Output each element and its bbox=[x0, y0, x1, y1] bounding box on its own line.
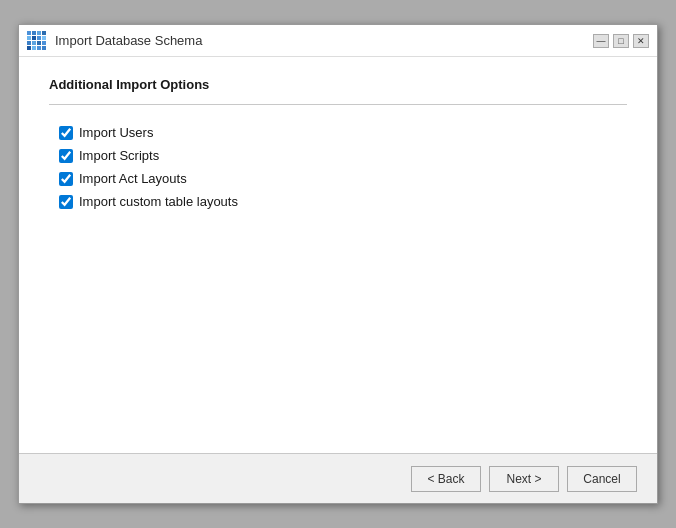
checkbox-act-layouts-label: Import Act Layouts bbox=[79, 171, 187, 186]
cancel-button[interactable]: Cancel bbox=[567, 466, 637, 492]
checkboxes-group: Import Users Import Scripts Import Act L… bbox=[49, 125, 627, 209]
back-button[interactable]: < Back bbox=[411, 466, 481, 492]
window-title: Import Database Schema bbox=[55, 33, 202, 48]
checkbox-import-scripts[interactable]: Import Scripts bbox=[59, 148, 627, 163]
main-window: Import Database Schema — □ ✕ Additional … bbox=[18, 24, 658, 504]
checkbox-import-act-layouts[interactable]: Import Act Layouts bbox=[59, 171, 627, 186]
section-title: Additional Import Options bbox=[49, 77, 627, 92]
checkbox-import-custom-layouts[interactable]: Import custom table layouts bbox=[59, 194, 627, 209]
divider bbox=[49, 104, 627, 105]
minimize-button[interactable]: — bbox=[593, 34, 609, 48]
checkbox-scripts-input[interactable] bbox=[59, 149, 73, 163]
checkbox-scripts-label: Import Scripts bbox=[79, 148, 159, 163]
title-bar-controls: — □ ✕ bbox=[593, 34, 649, 48]
checkbox-custom-layouts-label: Import custom table layouts bbox=[79, 194, 238, 209]
checkbox-users-input[interactable] bbox=[59, 126, 73, 140]
maximize-button[interactable]: □ bbox=[613, 34, 629, 48]
title-bar: Import Database Schema — □ ✕ bbox=[19, 25, 657, 57]
checkbox-custom-layouts-input[interactable] bbox=[59, 195, 73, 209]
title-bar-left: Import Database Schema bbox=[27, 31, 202, 51]
checkbox-import-users[interactable]: Import Users bbox=[59, 125, 627, 140]
next-button[interactable]: Next > bbox=[489, 466, 559, 492]
checkbox-users-label: Import Users bbox=[79, 125, 153, 140]
content-area: Additional Import Options Import Users I… bbox=[19, 57, 657, 453]
app-icon bbox=[27, 31, 47, 51]
checkbox-act-layouts-input[interactable] bbox=[59, 172, 73, 186]
close-button[interactable]: ✕ bbox=[633, 34, 649, 48]
footer: < Back Next > Cancel bbox=[19, 453, 657, 503]
